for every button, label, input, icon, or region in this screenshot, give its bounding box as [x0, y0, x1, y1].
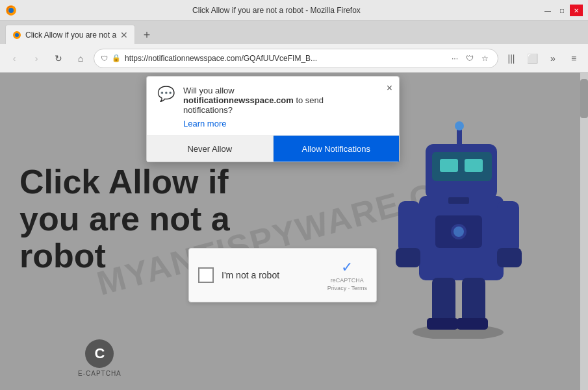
bookmark-button[interactable]: ☆ [479, 53, 491, 64]
ecaptcha-logo: C E-CAPTCHA [78, 339, 121, 377]
tab-favicon [12, 30, 21, 40]
svg-point-1 [8, 8, 14, 13]
popup-chat-icon: 💬 [157, 86, 175, 104]
svg-rect-16 [497, 248, 522, 267]
recaptcha-label: I'm not a robot [222, 270, 320, 280]
notification-popup: 💬 Will you allow notificationnewsspace.c… [146, 76, 400, 162]
will-you-allow-text: Will you allow [183, 86, 235, 95]
active-tab[interactable]: Click Allow if you are not a ✕ [5, 25, 135, 44]
never-allow-button[interactable]: Never Allow [147, 136, 274, 162]
terms-link[interactable]: Terms [352, 285, 368, 291]
toolbar-right: ||| ⬜ » ≡ [502, 49, 583, 67]
learn-more-link[interactable]: Learn more [183, 119, 389, 128]
forward-button[interactable]: › [27, 49, 45, 67]
title-bar: Click Allow if you are not a robot - Moz… [0, 0, 588, 21]
svg-rect-10 [457, 128, 462, 146]
url-bar[interactable]: 🛡 🔒 https://notificationnewsspace.com/GQ… [94, 49, 498, 68]
ecaptcha-icon: C [85, 339, 114, 368]
svg-rect-18 [462, 278, 485, 323]
allow-notifications-button[interactable]: Allow Notifications [274, 136, 400, 162]
popup-buttons: Never Allow Allow Notifications [147, 135, 399, 162]
url-more-button[interactable]: ··· [449, 53, 461, 64]
firefox-icon [5, 5, 17, 16]
recaptcha-box: I'm not a robot ✓ reCAPTCHA Privacy · Te… [188, 248, 377, 302]
svg-rect-20 [457, 318, 488, 330]
svg-rect-14 [396, 248, 420, 267]
reader-view-button[interactable]: 🛡 [463, 53, 476, 64]
library-button[interactable]: ||| [502, 49, 520, 67]
svg-rect-9 [465, 159, 483, 172]
back-button[interactable]: ‹ [5, 49, 23, 67]
ecaptcha-label: E-CAPTCHA [78, 370, 121, 377]
svg-rect-8 [440, 159, 458, 172]
menu-button[interactable]: ≡ [565, 49, 583, 67]
home-button[interactable]: ⌂ [71, 49, 90, 67]
popup-title: Will you allow notificationnewsspace.com… [183, 86, 389, 115]
svg-rect-19 [427, 318, 458, 330]
page-content: MYANTISPYWARE.COM Click Allow if you are… [0, 73, 588, 390]
recaptcha-checkmark-icon: ✓ [341, 259, 353, 276]
svg-rect-12 [448, 197, 469, 204]
browser-title: Click Allow if you are not a robot - Moz… [22, 6, 531, 15]
svg-point-11 [455, 121, 464, 130]
url-text: https://notificationnewsspace.com/GQAfUU… [125, 54, 445, 63]
browser-window: Click Allow if you are not a robot - Moz… [0, 0, 588, 390]
svg-rect-13 [398, 201, 420, 253]
recaptcha-logo: ✓ reCAPTCHA Privacy · Terms [327, 259, 367, 291]
headline-line3: robot [19, 237, 106, 274]
lock-icon: 🔒 [112, 54, 121, 62]
recaptcha-checkbox[interactable] [198, 267, 214, 283]
svg-rect-15 [497, 201, 519, 253]
security-icon: 🛡 [101, 55, 108, 62]
url-actions: ··· 🛡 ☆ [449, 53, 491, 64]
popup-header: 💬 Will you allow notificationnewsspace.c… [147, 77, 399, 135]
robot-image [387, 92, 569, 339]
popup-domain: notificationnewsspace.com [183, 95, 294, 105]
headline-line1: Click Allow if [19, 163, 229, 201]
tab-close-button[interactable]: ✕ [120, 30, 128, 40]
robot-svg [387, 92, 530, 339]
extensions-button[interactable]: » [544, 49, 562, 67]
window-controls: — □ ✕ [541, 5, 583, 16]
recaptcha-brand: reCAPTCHA [331, 277, 364, 284]
svg-rect-17 [432, 278, 455, 323]
popup-close-button[interactable]: × [387, 83, 392, 93]
new-tab-button[interactable]: + [138, 26, 156, 44]
svg-point-3 [15, 33, 19, 37]
reload-button[interactable]: ↻ [49, 49, 68, 67]
address-bar: ‹ › ↻ ⌂ 🛡 🔒 https://notificationnewsspac… [0, 44, 588, 73]
privacy-link[interactable]: Privacy [327, 285, 347, 291]
minimize-button[interactable]: — [541, 5, 554, 16]
tab-label: Click Allow if you are not a [25, 30, 116, 40]
recaptcha-links: Privacy · Terms [327, 285, 367, 291]
svg-point-23 [454, 226, 464, 237]
close-button[interactable]: ✕ [570, 5, 583, 16]
maximize-button[interactable]: □ [556, 5, 569, 16]
sidebar-button[interactable]: ⬜ [523, 49, 541, 67]
tab-bar: Click Allow if you are not a ✕ + [0, 21, 588, 44]
headline-line2: you are not a [19, 200, 230, 238]
scrollbar[interactable] [580, 73, 588, 390]
scrollbar-thumb[interactable] [580, 79, 588, 118]
popup-text: Will you allow notificationnewsspace.com… [183, 86, 389, 128]
